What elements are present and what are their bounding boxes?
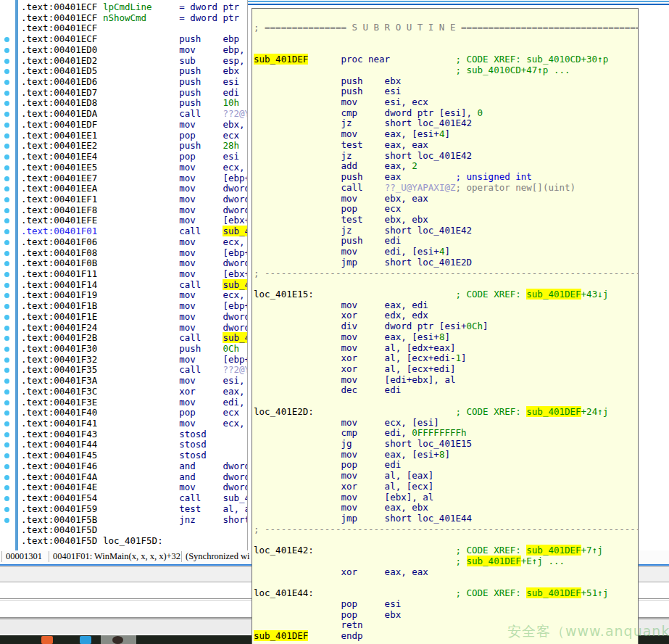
popup-line: mov al, [edx+eax]: [254, 343, 638, 354]
listing-line[interactable]: .text:00401F11 mov [ebx+4],: [21, 269, 247, 280]
window-top-rule-light: [247, 1, 669, 2]
popup-line: mov al, [eax]: [254, 471, 638, 482]
popup-line: mov esi, ecx: [254, 97, 638, 108]
instruction-dot-icon: [4, 326, 9, 331]
instruction-dot-icon: [4, 315, 9, 320]
instruction-dot-icon: [4, 442, 9, 447]
popup-line: test eax, eax: [254, 140, 638, 151]
popup-line: loc_401E15: ; CODE XREF: sub_401DEF+43↓j: [254, 289, 638, 300]
listing-line[interactable]: .text:00401F3C xor eax, eax: [21, 387, 247, 397]
popup-line: mov edi, [esi+4]: [254, 247, 638, 257]
disassembly-pane[interactable]: .text:00401ECF lpCmdLine = dword ptr 10h…: [0, 0, 248, 550]
listing-line[interactable]: .text:00401EE7 mov [ebp+var_: [21, 173, 247, 184]
listing-line[interactable]: .text:00401EDA call ??2@YAPAX: [21, 109, 247, 120]
taskbar-circle-app-icon[interactable]: [112, 636, 123, 644]
instruction-dot-icon: [4, 91, 9, 96]
popup-line: mov eax, [esi+8]: [254, 332, 638, 343]
listing-line[interactable]: .text:00401EF8 mov dword ptr: [21, 205, 247, 216]
listing-line[interactable]: .text:00401ED0 mov ebp, esp: [21, 45, 247, 56]
listing-line[interactable]: .text:00401ED5 push ebx: [21, 66, 247, 77]
popup-line: xor eax, eax: [254, 567, 638, 578]
listing-line[interactable]: .text:00401F24 mov dword ptr: [21, 323, 247, 334]
listing-line[interactable]: .text:00401F5D: [21, 525, 247, 536]
instruction-dot-icon: [4, 261, 9, 266]
listing-line[interactable]: .text:00401F01 call sub_401DE: [21, 226, 247, 237]
listing-line[interactable]: .text:00401F46 and dword ptr: [21, 461, 247, 472]
popup-line: sub_401DEF proc near ; CODE XREF: sub_40…: [254, 54, 638, 65]
taskbar-blue-app-icon[interactable]: [80, 636, 91, 644]
listing-line[interactable]: .text:00401F54 call sub_4012D: [21, 493, 247, 504]
listing-line[interactable]: .text:00401F19 mov ecx, ebx: [21, 290, 247, 301]
listing-line[interactable]: .text:00401F3A mov esi, eax: [21, 376, 247, 387]
popup-line: cmp edi, 0FFFFFFFFh: [254, 428, 638, 439]
listing-line[interactable]: .text:00401F5D loc_401F5D:: [21, 536, 247, 547]
listing-line[interactable]: .text:00401ECF nShowCmd = dword ptr 14h: [21, 13, 247, 24]
listing-line[interactable]: .text:00401EE4 pop esi: [21, 152, 247, 162]
listing-line[interactable]: .text:00401EE2 push 28h: [21, 141, 247, 152]
listing-line[interactable]: .text:00401F40 pop ecx: [21, 408, 247, 418]
popup-line: [254, 44, 638, 54]
popup-line: dec edi: [254, 385, 638, 396]
listing-line[interactable]: .text:00401F59 test al, al: [21, 504, 247, 515]
popup-line: mov ebx, eax: [254, 194, 638, 205]
listing-line[interactable]: .text:00401F5B jnz short loc: [21, 515, 247, 526]
listing-line[interactable]: .text:00401F41 mov ecx, esi: [21, 418, 247, 429]
popup-line: call ??_U@YAPAXI@Z; operator new[](uint): [254, 183, 638, 194]
listing-line[interactable]: .text:00401EE1 pop ecx: [21, 131, 247, 141]
listing-line[interactable]: .text:00401EF1 mov dword ptr: [21, 194, 247, 205]
listing-line[interactable]: .text:00401F1E mov dword ptr: [21, 312, 247, 323]
xref-hint-popup: ; =============== S U B R O U T I N E ==…: [252, 8, 639, 644]
listing-line[interactable]: .text:00401F4A and dword ptr: [21, 472, 247, 483]
instruction-dot-icon: [4, 432, 9, 437]
listing-line[interactable]: .text:00401F08 mov [ebp+lpMe: [21, 248, 247, 259]
listing-line[interactable]: .text:00401F35 call ??2@YAPA: [21, 365, 247, 376]
listing-line[interactable]: .text:00401F30 push 0Ch: [21, 344, 247, 355]
popup-line: xor al, [ecx]: [254, 482, 638, 492]
popup-line: push ebx: [254, 76, 638, 87]
listing-line[interactable]: .text:00401F1B mov [ebp+var_: [21, 301, 247, 312]
watermark-text: 安全客（www.anquanke.com）: [507, 622, 669, 641]
listing-line[interactable]: .text:00401ED7 push edi: [21, 88, 247, 99]
instruction-dot-icon: [4, 358, 9, 363]
listing-line[interactable]: .text:00401ECF push ebp: [21, 34, 247, 45]
instruction-dot-icon: [4, 518, 9, 523]
listing-line[interactable]: .text:00401F4E mov dword ptr: [21, 482, 247, 493]
instruction-dot-icon: [4, 165, 9, 170]
listing-line[interactable]: .text:00401F2B call sub_401DE: [21, 333, 247, 344]
listing-line[interactable]: .text:00401F45 stosd: [21, 450, 247, 461]
instruction-dot-icon: [4, 464, 9, 469]
popup-line: [254, 278, 638, 289]
popup-line: push eax ; unsigned int: [254, 172, 638, 183]
instruction-dot-icon: [4, 123, 9, 128]
listing-line[interactable]: .text:00401ECF lpCmdLine = dword ptr 10h: [21, 2, 247, 13]
listing-line[interactable]: .text:00401F06 mov ecx, ebx: [21, 237, 247, 248]
listing-line[interactable]: .text:00401F32 mov [ebp+var_: [21, 355, 247, 366]
listing-line[interactable]: .text:00401F43 stosd: [21, 429, 247, 440]
popup-line: mov [edi+ebx], al: [254, 375, 638, 386]
instruction-dot-icon: [4, 59, 9, 64]
listing-line[interactable]: .text:00401EEA mov dword ptr: [21, 183, 247, 194]
instruction-dot-icon: [4, 496, 9, 501]
instruction-dot-icon: [4, 475, 9, 480]
instruction-dot-icon: [4, 176, 9, 181]
instruction-dot-icon: [4, 336, 9, 341]
popup-line: cmp dword ptr [esi], 0: [254, 108, 638, 119]
popup-line: test ebx, ebx: [254, 215, 638, 226]
listing-line[interactable]: .text:00401F14 call sub_401DE: [21, 280, 247, 291]
popup-line: pop ebx: [254, 610, 638, 621]
listing-line[interactable]: .text:00401ED2 sub esp, 14h: [21, 56, 247, 67]
instruction-dot-icon: [4, 272, 9, 277]
listing-line[interactable]: .text:00401F3E mov edi, esi: [21, 397, 247, 408]
taskbar-orange-app-icon[interactable]: [41, 636, 53, 644]
instruction-dot-icon: [4, 197, 9, 202]
listing-line[interactable]: .text:00401EDF mov ebx, eax: [21, 120, 247, 131]
listing-line[interactable]: .text:00401ED6 push esi: [21, 77, 247, 88]
listing-line[interactable]: .text:00401F44 stosd: [21, 439, 247, 450]
listing-line[interactable]: .text:00401EFE mov [ebx+4],: [21, 215, 247, 226]
listing-line[interactable]: .text:00401EE5 mov ecx, ebx: [21, 162, 247, 173]
listing-line[interactable]: .text:00401F0B mov dword ptr: [21, 258, 247, 269]
popup-line: mov eax, edi: [254, 300, 638, 311]
listing-line[interactable]: .text:00401ED8 push 10h: [21, 98, 247, 109]
instruction-dot-icon: [4, 186, 9, 191]
listing-line[interactable]: .text:00401ECF: [21, 23, 247, 34]
